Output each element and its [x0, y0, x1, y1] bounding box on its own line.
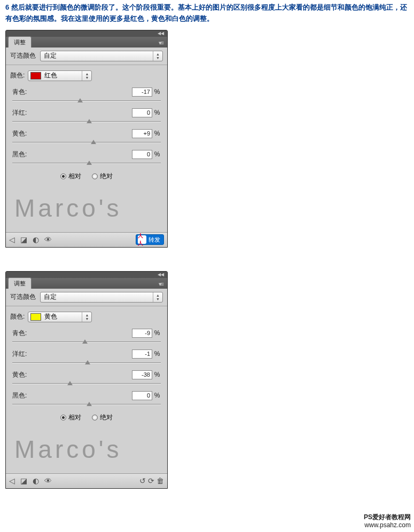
- color-channel-select[interactable]: 红色 ▲▼: [28, 70, 92, 81]
- black-value[interactable]: 0: [132, 150, 152, 159]
- color-name: 黄色: [44, 312, 57, 321]
- cyan-slider[interactable]: [12, 97, 161, 104]
- back-icon[interactable]: ◁: [9, 235, 15, 244]
- panel-footer: ◁ ◪ ◐ 👁 人人 转发: [6, 232, 167, 247]
- magenta-value[interactable]: -1: [132, 350, 152, 359]
- tab-adjustments[interactable]: 调整: [8, 36, 32, 47]
- slider-label: 青色:: [12, 88, 27, 97]
- colors-label: 颜色:: [10, 312, 25, 321]
- percent-label: %: [153, 392, 161, 399]
- color-swatch: [30, 313, 41, 321]
- slider-label: 黄色:: [12, 129, 27, 138]
- back-icon[interactable]: ◁: [9, 477, 15, 485]
- yellow-slider[interactable]: [12, 379, 161, 387]
- tab-row: 调整 ▾≡: [6, 37, 167, 47]
- renren-icon: 人人: [138, 235, 146, 244]
- adjustment-type-label: 可选颜色: [10, 292, 36, 301]
- color-name: 红色: [44, 71, 57, 80]
- panel-body: 可选颜色 自定 ▲▼ 颜色: 黄色 ▲▼ 青色: -9: [6, 289, 167, 488]
- site-watermark: PS爱好者教程网 www.psahz.com: [364, 513, 411, 530]
- share-button[interactable]: 人人 转发: [136, 234, 164, 245]
- percent-label: %: [153, 88, 161, 96]
- sliders-block: 青色: -17 % 洋红: 0 % 黄色:: [6, 83, 167, 166]
- yellow-value[interactable]: +9: [132, 129, 152, 138]
- slider-row-cyan: 青色: -9 %: [12, 325, 161, 338]
- percent-label: %: [153, 109, 161, 116]
- cyan-value[interactable]: -17: [132, 88, 152, 97]
- panel-collapse-bar[interactable]: ◀◀: [6, 30, 167, 37]
- select-arrows-icon: ▲▼: [82, 71, 91, 81]
- panel-menu-icon[interactable]: ▾≡: [159, 281, 167, 289]
- yellow-value[interactable]: -38: [132, 370, 152, 379]
- select-arrows-icon: ▲▼: [153, 292, 162, 302]
- slider-row-yellow: 黄色: -38 %: [12, 367, 161, 379]
- method-row: 相对 绝对: [6, 168, 167, 187]
- view-icon[interactable]: 👁: [44, 477, 52, 485]
- cyan-value[interactable]: -9: [132, 329, 152, 338]
- author-watermark: Marco's: [6, 428, 167, 473]
- clip-icon[interactable]: ◪: [20, 477, 27, 485]
- cyan-slider[interactable]: [12, 338, 161, 345]
- preset-row: 可选颜色 自定 ▲▼: [6, 289, 167, 306]
- magenta-value[interactable]: 0: [132, 108, 152, 117]
- method-absolute[interactable]: 绝对: [92, 413, 113, 422]
- slider-row-black: 黑色: 0 %: [12, 147, 161, 159]
- method-relative[interactable]: 相对: [60, 172, 81, 181]
- mask-icon[interactable]: ◐: [33, 477, 39, 485]
- slider-label: 黑色:: [12, 150, 27, 159]
- preset-select[interactable]: 自定 ▲▼: [40, 51, 163, 61]
- trash-icon[interactable]: 🗑: [157, 477, 164, 485]
- method-relative[interactable]: 相对: [60, 413, 81, 422]
- color-row: 颜色: 黄色 ▲▼: [6, 306, 167, 324]
- prev-icon[interactable]: ↺: [139, 477, 146, 485]
- black-slider[interactable]: [12, 400, 161, 408]
- slider-row-cyan: 青色: -17 %: [12, 84, 161, 97]
- tutorial-step-text: 6 然后就要进行到颜色的微调阶段了。这个阶段很重要。基本上好的图片的区别很多程度…: [0, 0, 414, 26]
- magenta-slider[interactable]: [12, 117, 161, 125]
- slider-row-yellow: 黄色: +9 %: [12, 126, 161, 138]
- percent-label: %: [153, 350, 161, 358]
- preset-select[interactable]: 自定 ▲▼: [40, 292, 163, 303]
- slider-label: 黑色:: [12, 391, 27, 400]
- tab-row: 调整 ▾≡: [6, 278, 167, 289]
- author-watermark: Marco's: [6, 187, 167, 232]
- slider-label: 洋红:: [12, 108, 27, 117]
- slider-row-magenta: 洋红: 0 %: [12, 105, 161, 117]
- yellow-slider[interactable]: [12, 138, 161, 146]
- clip-icon[interactable]: ◪: [20, 235, 27, 244]
- slider-label: 青色:: [12, 329, 27, 338]
- percent-label: %: [153, 130, 161, 137]
- select-arrows-icon: ▲▼: [153, 51, 162, 61]
- selective-color-panel-1: ◀◀ 调整 ▾≡ 可选颜色 自定 ▲▼ 颜色: 红色 ▲▼: [5, 30, 168, 248]
- reset-icon[interactable]: ⟳: [148, 477, 154, 485]
- preset-value: 自定: [44, 51, 57, 60]
- color-channel-select[interactable]: 黄色 ▲▼: [28, 312, 92, 322]
- view-icon[interactable]: 👁: [44, 235, 52, 244]
- adjustment-type-label: 可选颜色: [10, 51, 36, 60]
- site-url: www.psahz.com: [364, 521, 411, 530]
- preset-row: 可选颜色 自定 ▲▼: [6, 47, 167, 65]
- method-row: 相对 绝对: [6, 409, 167, 428]
- site-name: PS爱好者教程网: [364, 513, 411, 522]
- panel-container: ◀◀ 调整 ▾≡ 可选颜色 自定 ▲▼ 颜色: 黄色 ▲▼: [0, 267, 414, 489]
- colors-label: 颜色:: [10, 71, 25, 80]
- select-arrows-icon: ▲▼: [82, 312, 91, 322]
- black-value[interactable]: 0: [132, 391, 152, 400]
- percent-label: %: [153, 371, 161, 378]
- panel-container: ◀◀ 调整 ▾≡ 可选颜色 自定 ▲▼ 颜色: 红色 ▲▼: [0, 26, 414, 248]
- panel-collapse-bar[interactable]: ◀◀: [6, 272, 167, 278]
- tab-adjustments[interactable]: 调整: [8, 277, 32, 289]
- share-label: 转发: [149, 236, 160, 244]
- preset-value: 自定: [44, 292, 57, 301]
- method-absolute[interactable]: 绝对: [92, 172, 113, 181]
- magenta-slider[interactable]: [12, 359, 161, 366]
- slider-row-black: 黑色: 0 %: [12, 388, 161, 400]
- percent-label: %: [153, 150, 161, 158]
- panel-footer: ◁ ◪ ◐ 👁 ↺ ⟳ 🗑: [6, 473, 167, 488]
- sliders-block: 青色: -9 % 洋红: -1 % 黄色:: [6, 324, 167, 408]
- black-slider[interactable]: [12, 159, 161, 166]
- slider-label: 黄色:: [12, 370, 27, 379]
- slider-row-magenta: 洋红: -1 %: [12, 346, 161, 359]
- mask-icon[interactable]: ◐: [33, 235, 39, 244]
- panel-menu-icon[interactable]: ▾≡: [159, 39, 167, 47]
